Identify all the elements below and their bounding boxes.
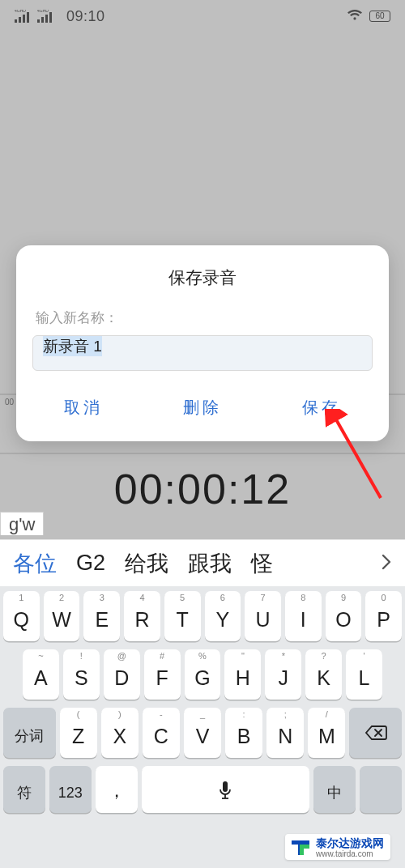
candidates-expand-icon[interactable]	[371, 553, 402, 574]
svg-text:4GHD: 4GHD	[15, 10, 26, 13]
svg-rect-7	[37, 19, 40, 23]
svg-rect-13	[223, 781, 228, 792]
watermark-url: www.tairda.com	[316, 849, 384, 858]
key-v[interactable]: _V	[184, 708, 221, 758]
recording-name-input[interactable]: 新录音 1	[32, 335, 373, 371]
ime-composition-bar[interactable]: g'w	[0, 512, 44, 535]
modal-actions: 取消 删除 保存	[16, 371, 389, 427]
timeline-marker-label: 00	[5, 398, 15, 406]
battery-level: 60	[369, 11, 390, 22]
key-g[interactable]: %G	[185, 649, 221, 700]
modal-input-label: 输入新名称：	[16, 289, 389, 335]
status-right: 60	[347, 9, 390, 23]
save-recording-modal: 保存录音 输入新名称： 新录音 1 取消 删除 保存	[16, 245, 389, 441]
sim1-signal-icon: 4GHD	[15, 10, 32, 23]
key-f[interactable]: #F	[144, 649, 181, 700]
key-d[interactable]: @D	[104, 649, 140, 700]
keyboard-row-3: 分词 (Z )X -C _V :B ;N /M	[3, 708, 402, 758]
key-c[interactable]: -C	[143, 708, 180, 758]
svg-rect-9	[45, 15, 48, 23]
keyboard-row-1: 1Q 2W 3E 4R 5T 6Y 7U 8I 9O 0P	[3, 591, 402, 641]
key-s[interactable]: !S	[63, 649, 100, 700]
key-r[interactable]: 4R	[124, 591, 160, 641]
cancel-button[interactable]: 取消	[53, 394, 114, 422]
key-o[interactable]: 9O	[326, 591, 362, 641]
candidate-item[interactable]: 各位	[3, 549, 66, 578]
key-q[interactable]: 1Q	[3, 591, 40, 641]
enter-key[interactable]	[360, 766, 402, 813]
symbols-key[interactable]: 符	[3, 766, 45, 813]
key-p[interactable]: 0P	[365, 591, 402, 641]
svg-rect-5	[27, 12, 29, 23]
candidate-item[interactable]: G2	[66, 551, 115, 576]
key-x[interactable]: )X	[101, 708, 139, 758]
svg-rect-8	[41, 17, 44, 23]
key-j[interactable]: *J	[265, 649, 301, 700]
segment-key[interactable]: 分词	[3, 708, 56, 758]
key-n[interactable]: ;N	[266, 708, 304, 758]
keyboard-row-4: 符 123 ， 中	[3, 766, 402, 813]
mic-icon	[218, 778, 232, 801]
candidate-item[interactable]: 怪	[241, 549, 283, 578]
key-l[interactable]: 'L	[346, 649, 382, 700]
status-bar: 4GHD 4GHD 09:10 60	[0, 0, 405, 32]
sim2-signal-icon: 4GHD	[37, 10, 55, 23]
comma-key[interactable]: ，	[96, 766, 138, 813]
watermark-logo-icon	[290, 839, 311, 857]
svg-rect-4	[23, 15, 25, 23]
key-k[interactable]: ?K	[305, 649, 342, 700]
recorder-elapsed-time: 00:00:12	[0, 465, 405, 513]
watermark-name: 泰尔达游戏网	[316, 836, 384, 849]
key-w[interactable]: 2W	[44, 591, 80, 641]
keyboard: 1Q 2W 3E 4R 5T 6Y 7U 8I 9O 0P ~A !S @D #…	[0, 586, 405, 868]
key-a[interactable]: ~A	[23, 649, 59, 700]
language-key[interactable]: 中	[313, 766, 356, 813]
save-button[interactable]: 保存	[291, 394, 352, 422]
svg-rect-3	[19, 17, 21, 23]
status-time: 09:10	[66, 8, 105, 25]
backspace-icon	[364, 725, 387, 741]
delete-button[interactable]: 删除	[172, 394, 233, 422]
key-z[interactable]: (Z	[60, 708, 97, 758]
battery-icon: 60	[369, 11, 390, 22]
key-e[interactable]: 3E	[83, 591, 120, 641]
key-y[interactable]: 6Y	[205, 591, 241, 641]
svg-text:4GHD: 4GHD	[37, 10, 49, 13]
watermark: 泰尔达游戏网 www.tairda.com	[285, 834, 390, 860]
candidate-item[interactable]: 给我	[115, 549, 178, 578]
space-key[interactable]	[142, 766, 310, 813]
wifi-icon	[347, 9, 363, 23]
svg-rect-2	[15, 19, 17, 23]
key-u[interactable]: 7U	[245, 591, 281, 641]
key-h[interactable]: "H	[224, 649, 261, 700]
recording-name-value: 新录音 1	[43, 336, 102, 356]
numbers-key[interactable]: 123	[49, 766, 92, 813]
key-b[interactable]: :B	[225, 708, 262, 758]
keyboard-row-2: ~A !S @D #F %G "H *J ?K 'L	[3, 649, 402, 700]
svg-rect-10	[49, 12, 52, 23]
key-t[interactable]: 5T	[164, 591, 201, 641]
candidate-item[interactable]: 跟我	[178, 549, 241, 578]
key-m[interactable]: /M	[308, 708, 345, 758]
key-i[interactable]: 8I	[285, 591, 322, 641]
modal-title: 保存录音	[16, 266, 389, 289]
status-left: 4GHD 4GHD 09:10	[15, 8, 105, 25]
backspace-key[interactable]	[349, 708, 402, 758]
ime-candidate-row: 各位 G2 给我 跟我 怪	[0, 539, 405, 586]
